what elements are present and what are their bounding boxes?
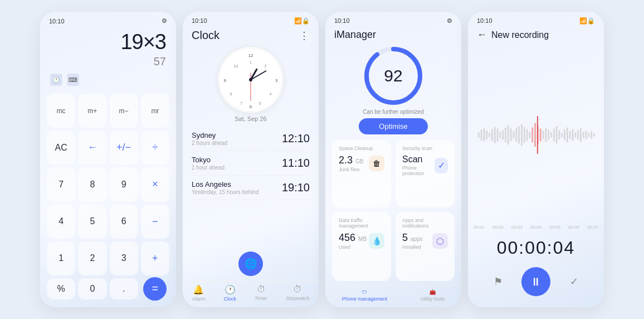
rec-check-button[interactable]: ✓: [564, 272, 584, 292]
clock-nav-label: Clock: [223, 296, 236, 302]
clock-screen: 10:10 📶🔒 Clock ⋮ 12 3 6 9 1 2 4 5 7 8 10…: [183, 12, 319, 307]
svg-rect-21: [484, 128, 485, 141]
traffic-value: 456 MB: [339, 232, 367, 243]
la-sub: Yesterday, 15 hours behind: [192, 189, 259, 195]
svg-rect-23: [489, 133, 490, 137]
timezone-la: Los Angeles Yesterday, 15 hours behind 1…: [192, 176, 310, 200]
recorder-screen: 10:10 📶🔒 ← New recording: [468, 12, 604, 307]
svg-rect-28: [502, 130, 504, 139]
calc-divide[interactable]: ÷: [141, 130, 169, 165]
score-ring: 92: [363, 45, 424, 107]
nav-timer[interactable]: ⏱ Timer: [255, 284, 267, 302]
im-title: iManager: [334, 29, 376, 41]
svg-text:6: 6: [250, 104, 252, 109]
calc-mplus[interactable]: m+: [78, 94, 106, 128]
calc-result: 57: [50, 55, 166, 68]
calc-backspace[interactable]: ←: [78, 130, 106, 165]
timeline-0005: 00:05: [549, 225, 560, 230]
im-bottom-nav: 🛡 Phone management 🧰 Utility tools: [325, 286, 461, 307]
calc-0[interactable]: 0: [78, 278, 106, 299]
svg-rect-47: [553, 128, 555, 141]
scan-sub: Phone protection: [402, 165, 435, 176]
calc-2[interactable]: 2: [78, 241, 106, 276]
calc-history-icon[interactable]: 🕐: [50, 74, 62, 86]
svg-rect-46: [550, 132, 552, 138]
calc-settings-icon[interactable]: ⚙: [162, 17, 167, 25]
calc-multiply[interactable]: ×: [141, 167, 169, 201]
tokyo-sub: 1 hour ahead: [192, 165, 225, 171]
svg-point-16: [249, 78, 252, 81]
svg-text:9: 9: [224, 78, 226, 83]
svg-rect-52: [567, 128, 568, 143]
timer-icon: ⏱: [257, 284, 266, 294]
scan-header: Security scan: [402, 146, 448, 151]
svg-rect-59: [586, 130, 587, 139]
utility-tools-label: Utility tools: [421, 296, 445, 302]
calc-mc[interactable]: mc: [47, 94, 75, 128]
nav-stopwatch[interactable]: ⏱ Stopwatch: [286, 284, 309, 302]
im-nav-phone-management[interactable]: 🛡 Phone management: [342, 289, 387, 302]
rec-timer: 00:00:04: [468, 233, 604, 267]
alarm-icon: 🔔: [193, 284, 204, 295]
calc-9[interactable]: 9: [110, 167, 138, 201]
nav-clock[interactable]: 🕐 Clock: [223, 284, 236, 302]
rec-title: New recording: [491, 30, 549, 40]
calc-mr[interactable]: mr: [141, 94, 169, 128]
calc-percent[interactable]: %: [47, 278, 75, 299]
rec-waveform: [468, 45, 604, 225]
add-timezone-button[interactable]: 🌐: [238, 252, 263, 276]
calc-mminus[interactable]: m−: [110, 94, 138, 128]
optimise-button[interactable]: Optimise: [359, 118, 427, 134]
timezone-sydney: Sydney 2 hours ahead 12:10: [192, 127, 310, 151]
clock-nav-bar: 🔔 Alarm 🕐 Clock ⏱ Timer ⏱ Stopwatch: [183, 281, 319, 307]
svg-rect-31: [510, 128, 512, 141]
calc-ac[interactable]: AC: [47, 130, 75, 165]
rec-header: ← New recording: [468, 25, 604, 45]
calc-4[interactable]: 4: [47, 205, 75, 239]
traffic-header: Data traffic management: [339, 218, 384, 229]
calc-3[interactable]: 3: [110, 241, 138, 276]
svg-text:5: 5: [259, 102, 261, 105]
svg-rect-45: [548, 129, 549, 140]
clock-menu-button[interactable]: ⋮: [299, 30, 310, 42]
im-nav-utility-tools[interactable]: 🧰 Utility tools: [421, 289, 445, 302]
svg-text:1: 1: [250, 60, 252, 64]
sydney-time: 12:10: [282, 132, 310, 145]
svg-rect-42: [540, 128, 541, 141]
rec-time: 10:10: [477, 17, 492, 25]
clock-header: Clock ⋮: [183, 25, 319, 46]
cleanup-value: 2.3 GB: [339, 154, 363, 166]
calc-display: 19×3 57: [40, 25, 176, 70]
calc-posneg[interactable]: +/−: [110, 130, 138, 165]
calc-7[interactable]: 7: [47, 167, 75, 201]
calc-1[interactable]: 1: [47, 241, 75, 276]
rec-pause-button[interactable]: ⏸: [521, 267, 550, 296]
calc-subtract[interactable]: −: [141, 205, 169, 239]
calc-decimal[interactable]: .: [110, 278, 138, 299]
svg-rect-26: [497, 128, 499, 141]
calc-keyboard-icon[interactable]: ⌨: [67, 74, 79, 86]
calc-6[interactable]: 6: [110, 205, 138, 239]
clock-title: Clock: [192, 29, 219, 42]
stopwatch-icon: ⏱: [293, 284, 302, 294]
cleanup-header: Space Cleanup: [339, 146, 384, 151]
calc-8[interactable]: 8: [78, 167, 106, 201]
clock-date: Sat, Sep 26: [183, 115, 319, 122]
timeline-0001: 00:01: [474, 225, 485, 230]
im-cell-scan[interactable]: Security scan Scan Phone protection ✓: [396, 140, 455, 207]
rec-flag-button[interactable]: ⚑: [488, 272, 508, 292]
svg-text:12: 12: [248, 53, 253, 58]
utility-tools-icon: 🧰: [430, 289, 436, 295]
apps-sub: Installed: [402, 244, 423, 250]
calc-5[interactable]: 5: [78, 205, 106, 239]
svg-rect-54: [572, 129, 574, 141]
calc-equals[interactable]: =: [143, 277, 167, 301]
rec-back-button[interactable]: ←: [477, 29, 487, 41]
analog-clock: 12 3 6 9 1 2 4 5 7 8 10 11: [217, 46, 284, 113]
clock-status-bar: 10:10 📶🔒: [183, 12, 319, 25]
nav-alarm[interactable]: 🔔 Alarm: [192, 284, 206, 302]
la-city: Los Angeles: [192, 180, 259, 188]
calc-add[interactable]: +: [141, 241, 169, 276]
im-settings-icon[interactable]: ⚙: [447, 17, 452, 25]
svg-rect-19: [478, 132, 480, 138]
